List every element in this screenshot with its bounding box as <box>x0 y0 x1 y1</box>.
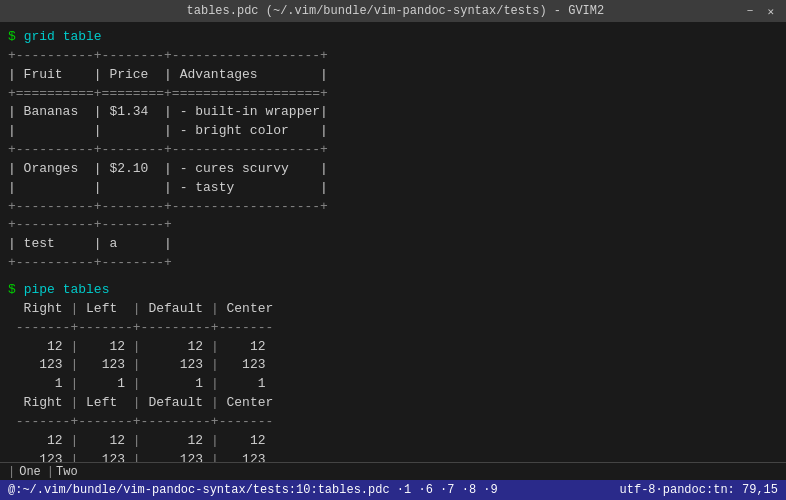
pipe-tables-header: $ pipe tables <box>8 281 778 300</box>
title-bar: tables.pdc (~/.vim/bundle/vim-pandoc-syn… <box>0 0 786 22</box>
pipe-tables-content1: Right | Left | Default | Center -------+… <box>8 300 778 394</box>
pipe-tables-content2: Right | Left | Default | Center -------+… <box>8 394 778 462</box>
tab-item-two[interactable]: Two <box>56 465 78 479</box>
tab-separator-left: | <box>8 465 15 479</box>
grid-table-header: $ grid table <box>8 28 778 47</box>
status-bar: @:~/.vim/bundle/vim-pandoc-syntax/tests:… <box>0 480 786 500</box>
tab-separator-middle: | <box>47 465 54 479</box>
status-left: @:~/.vim/bundle/vim-pandoc-syntax/tests:… <box>8 483 498 497</box>
main-content: $ grid table +----------+--------+------… <box>0 22 786 462</box>
tab-item-one[interactable]: One <box>19 465 41 479</box>
title-bar-text: tables.pdc (~/.vim/bundle/vim-pandoc-syn… <box>48 4 743 18</box>
title-bar-controls[interactable]: − ✕ <box>743 5 778 18</box>
grid-table-content: +----------+--------+-------------------… <box>8 47 778 217</box>
grid-table-section: $ grid table +----------+--------+------… <box>8 28 778 273</box>
tab-bar: | One | Two <box>0 462 786 480</box>
grid-table-extra: +----------+--------+ | test | a | +----… <box>8 216 778 273</box>
pipe-tables-section: $ pipe tables Right | Left | Default | C… <box>8 281 778 462</box>
minimize-button[interactable]: − <box>743 5 758 18</box>
close-button[interactable]: ✕ <box>763 5 778 18</box>
status-right: utf-8·pandoc:tn: 79,15 <box>620 483 778 497</box>
